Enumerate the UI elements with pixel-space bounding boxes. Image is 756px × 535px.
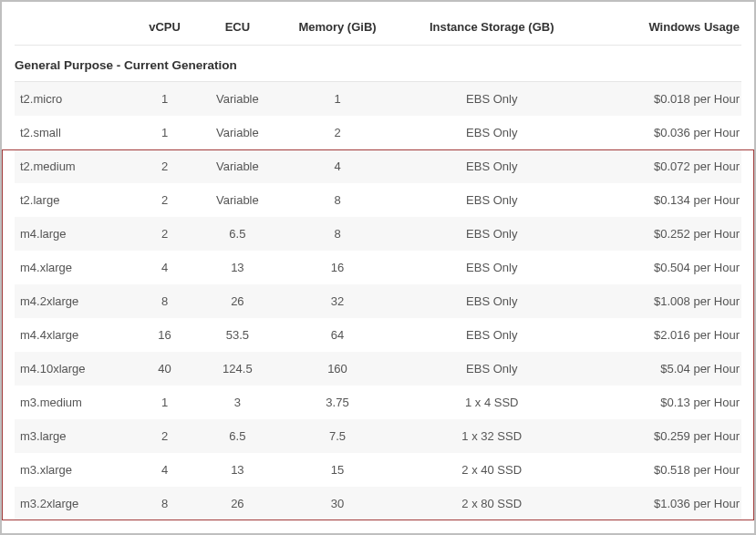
table-row: t2.small1Variable2EBS Only$0.036 per Hou… (15, 116, 741, 149)
cell-usage: $5.04 per Hour (587, 352, 741, 386)
cell-storage: EBS Only (397, 318, 587, 352)
cell-name: m4.xlarge (15, 251, 133, 284)
cell-vcpu: 1 (133, 82, 197, 117)
cell-memory: 3.75 (278, 386, 397, 419)
cell-ecu: 53.5 (196, 318, 278, 352)
cell-storage: EBS Only (397, 183, 587, 217)
cell-usage: $0.259 per Hour (587, 419, 741, 453)
cell-memory: 8 (278, 217, 397, 251)
cell-vcpu: 8 (133, 487, 197, 520)
cell-memory: 15 (278, 453, 397, 487)
pricing-inner: vCPU ECU Memory (GiB) Instance Storage (… (2, 2, 754, 520)
table-row: m3.large26.57.51 x 32 SSD$0.259 per Hour (15, 419, 741, 453)
cell-ecu: 26 (196, 284, 278, 318)
cell-name: m3.xlarge (15, 453, 133, 487)
cell-vcpu: 8 (133, 284, 197, 318)
table-row: m3.xlarge413152 x 40 SSD$0.518 per Hour (15, 453, 741, 487)
table-row: m3.2xlarge826302 x 80 SSD$1.036 per Hour (15, 487, 741, 520)
cell-storage: EBS Only (397, 149, 587, 183)
cell-usage: $0.504 per Hour (587, 251, 741, 284)
cell-storage: EBS Only (397, 284, 587, 318)
cell-vcpu: 2 (133, 419, 197, 453)
cell-vcpu: 40 (133, 352, 197, 386)
cell-ecu: 13 (196, 251, 278, 284)
cell-usage: $0.13 per Hour (587, 386, 741, 419)
cell-storage: 1 x 32 SSD (397, 419, 587, 453)
cell-memory: 30 (278, 487, 397, 520)
table-row: m4.10xlarge40124.5160EBS Only$5.04 per H… (15, 352, 741, 386)
cell-storage: 1 x 4 SSD (397, 386, 587, 419)
cell-vcpu: 4 (133, 453, 197, 487)
cell-name: m4.2xlarge (15, 284, 133, 318)
table-row: t2.micro1Variable1EBS Only$0.018 per Hou… (15, 82, 741, 117)
cell-ecu: 6.5 (196, 217, 278, 251)
cell-memory: 4 (278, 149, 397, 183)
table-row: t2.medium2Variable4EBS Only$0.072 per Ho… (15, 149, 741, 183)
section-heading: General Purpose - Current Generation (15, 46, 741, 82)
cell-name: m4.10xlarge (15, 352, 133, 386)
cell-memory: 64 (278, 318, 397, 352)
cell-ecu: 3 (196, 386, 278, 419)
cell-ecu: Variable (196, 149, 278, 183)
cell-name: t2.small (15, 116, 133, 149)
cell-storage: EBS Only (397, 251, 587, 284)
cell-name: m4.large (15, 217, 133, 251)
cell-memory: 160 (278, 352, 397, 386)
cell-storage: 2 x 80 SSD (397, 487, 587, 520)
cell-usage: $0.072 per Hour (587, 149, 741, 183)
section-heading-row: General Purpose - Current Generation (15, 46, 741, 82)
table-row: m3.medium133.751 x 4 SSD$0.13 per Hour (15, 386, 741, 419)
cell-usage: $1.008 per Hour (587, 284, 741, 318)
cell-memory: 16 (278, 251, 397, 284)
col-header-memory: Memory (GiB) (278, 13, 397, 46)
cell-memory: 7.5 (278, 419, 397, 453)
cell-ecu: Variable (196, 82, 278, 117)
cell-vcpu: 2 (133, 217, 197, 251)
col-header-ecu: ECU (196, 13, 278, 46)
pricing-table: vCPU ECU Memory (GiB) Instance Storage (… (15, 13, 741, 520)
cell-ecu: Variable (196, 183, 278, 217)
cell-ecu: 6.5 (196, 419, 278, 453)
table-row: m4.4xlarge1653.564EBS Only$2.016 per Hou… (15, 318, 741, 352)
col-header-name (15, 13, 133, 46)
cell-memory: 2 (278, 116, 397, 149)
cell-storage: EBS Only (397, 82, 587, 117)
cell-vcpu: 1 (133, 386, 197, 419)
cell-vcpu: 1 (133, 116, 197, 149)
cell-storage: 2 x 40 SSD (397, 453, 587, 487)
cell-name: m3.medium (15, 386, 133, 419)
cell-memory: 1 (278, 82, 397, 117)
cell-name: t2.medium (15, 149, 133, 183)
col-header-vcpu: vCPU (133, 13, 197, 46)
table-row: m4.xlarge41316EBS Only$0.504 per Hour (15, 251, 741, 284)
cell-vcpu: 2 (133, 149, 197, 183)
col-header-usage: Windows Usage (587, 13, 741, 46)
cell-ecu: 13 (196, 453, 278, 487)
cell-memory: 32 (278, 284, 397, 318)
cell-ecu: Variable (196, 116, 278, 149)
cell-storage: EBS Only (397, 217, 587, 251)
cell-usage: $0.252 per Hour (587, 217, 741, 251)
cell-name: t2.large (15, 183, 133, 217)
col-header-storage: Instance Storage (GB) (397, 13, 587, 46)
pricing-panel: vCPU ECU Memory (GiB) Instance Storage (… (0, 0, 756, 535)
table-body: General Purpose - Current Generation t2.… (15, 46, 741, 521)
cell-memory: 8 (278, 183, 397, 217)
cell-name: t2.micro (15, 82, 133, 117)
table-row: m4.2xlarge82632EBS Only$1.008 per Hour (15, 284, 741, 318)
table-row: m4.large26.58EBS Only$0.252 per Hour (15, 217, 741, 251)
cell-usage: $0.518 per Hour (587, 453, 741, 487)
cell-usage: $1.036 per Hour (587, 487, 741, 520)
cell-name: m3.2xlarge (15, 487, 133, 520)
table-row: t2.large2Variable8EBS Only$0.134 per Hou… (15, 183, 741, 217)
table-header: vCPU ECU Memory (GiB) Instance Storage (… (15, 13, 741, 46)
cell-usage: $0.036 per Hour (587, 116, 741, 149)
cell-vcpu: 16 (133, 318, 197, 352)
cell-vcpu: 2 (133, 183, 197, 217)
cell-ecu: 124.5 (196, 352, 278, 386)
cell-usage: $2.016 per Hour (587, 318, 741, 352)
cell-usage: $0.018 per Hour (587, 82, 741, 117)
cell-vcpu: 4 (133, 251, 197, 284)
cell-storage: EBS Only (397, 352, 587, 386)
cell-usage: $0.134 per Hour (587, 183, 741, 217)
